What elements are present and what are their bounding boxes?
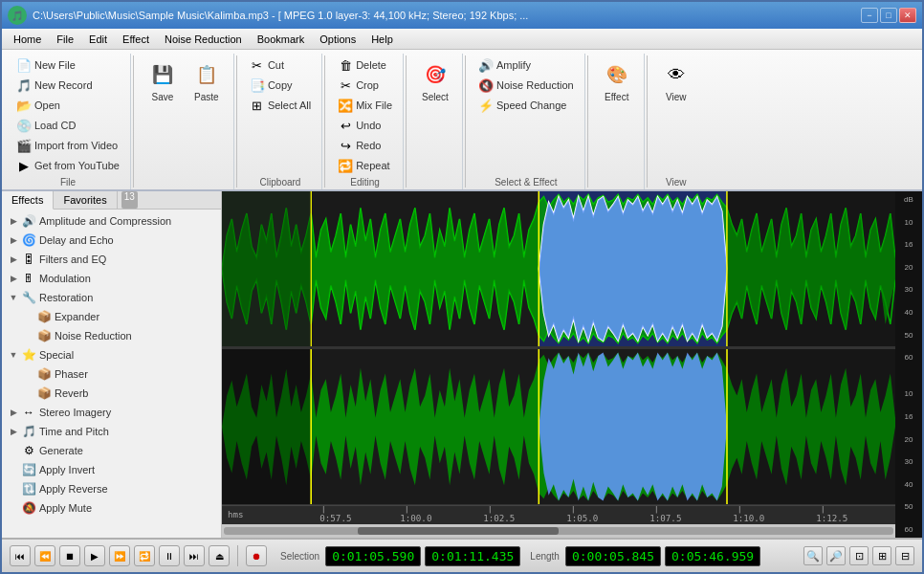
ribbon-btn-amplify[interactable]: 🔊Amplify: [473, 55, 579, 75]
menu-item-bookmark[interactable]: Bookmark: [250, 32, 313, 47]
fast-forward-button[interactable]: ⏩: [109, 545, 130, 566]
record-button[interactable]: ⏺: [246, 545, 267, 566]
ribbon-btn-new-record[interactable]: 🎵New Record: [11, 76, 124, 95]
zoom-fit-button[interactable]: ⊡: [849, 546, 869, 565]
tree-label-4: Restoration: [39, 292, 93, 303]
ribbon-btn-view[interactable]: 👁View: [655, 55, 697, 106]
tree-expand-10[interactable]: ▶: [8, 407, 19, 418]
waveform-container: hms 0:57.5 1:00.0 1:02.5 1:05.0 1:07.5: [222, 191, 922, 538]
menu-item-options[interactable]: Options: [312, 32, 363, 47]
tree-item-4[interactable]: ▼🔧Restoration: [2, 288, 221, 307]
tree-item-9[interactable]: 📦Reverb: [2, 384, 221, 403]
ribbon-btn-mix-file[interactable]: 🔀Mix File: [333, 96, 397, 115]
tree-icon-13: 🔄: [21, 462, 36, 477]
transport-bar: ⏮ ⏪ ⏹ ▶ ⏩ 🔁 ⏸ ⏭ ⏏ ⏺ Selection 0:01:05.59…: [2, 538, 922, 572]
tree-expand-12: [8, 445, 19, 456]
tab-favorites[interactable]: Favorites: [54, 191, 117, 209]
tree-icon-14: 🔃: [21, 481, 36, 497]
menu-item-edit[interactable]: Edit: [81, 32, 115, 47]
menu-item-help[interactable]: Help: [363, 32, 401, 47]
ribbon-btn-cut[interactable]: ✂Cut: [245, 55, 316, 75]
tree-expand-4[interactable]: ▼: [8, 292, 19, 303]
ribbon-btn-select-all[interactable]: ⊞Select All: [245, 96, 316, 115]
tree-item-12[interactable]: ⚙Generate: [2, 441, 221, 460]
tree-item-8[interactable]: 📦Phaser: [2, 364, 221, 384]
ribbon-btn-redo[interactable]: ↪Redo: [333, 136, 397, 155]
ribbon-btn-undo[interactable]: ↩Undo: [333, 116, 397, 135]
tree-expand-1[interactable]: ▶: [8, 234, 19, 246]
ribbon-btn-paste[interactable]: 📋Paste: [186, 55, 228, 106]
tree-item-11[interactable]: ▶🎵Time and Pitch: [2, 422, 221, 441]
tree-icon-0: 🔊: [21, 213, 36, 229]
menu-item-effect[interactable]: Effect: [115, 32, 157, 47]
menu-item-home[interactable]: Home: [6, 32, 49, 47]
selection-end[interactable]: 0:01:11.435: [425, 546, 520, 566]
ribbon-btn-repeat[interactable]: 🔁Repeat: [333, 156, 397, 175]
tree-expand-14: [8, 483, 19, 495]
zoom-in-button[interactable]: 🔍: [803, 546, 823, 565]
ribbon-group-7: 👁ViewView: [649, 54, 703, 189]
maximize-button[interactable]: □: [880, 8, 897, 23]
ribbon-btn-new-file[interactable]: 📄New File: [11, 55, 124, 75]
tree-item-3[interactable]: ▶🎚Modulation: [2, 269, 221, 288]
ribbon-btn-effect[interactable]: 🎨Effect: [596, 55, 638, 106]
tree-item-6[interactable]: 📦Noise Reduction: [2, 326, 221, 345]
tree-expand-11[interactable]: ▶: [8, 426, 19, 437]
tree-item-7[interactable]: ▼⭐Special: [2, 345, 221, 364]
ribbon-btn-crop[interactable]: ✂Crop: [333, 76, 397, 95]
tree-icon-4: 🔧: [21, 290, 36, 305]
rewind-button[interactable]: ⏪: [34, 545, 55, 566]
ribbon-btn-select[interactable]: 🎯Select: [414, 55, 456, 106]
length-value[interactable]: 0:00:05.845: [565, 546, 661, 566]
pause-button[interactable]: ⏸: [159, 545, 180, 566]
ribbon-group-0: 📄New File🎵New Record📂Open💿Load CD🎬Import…: [6, 54, 131, 189]
rewind-start-button[interactable]: ⏮: [10, 545, 31, 566]
tree-icon-6: 📦: [36, 328, 52, 343]
zoom-select-button[interactable]: ⊞: [872, 546, 891, 565]
tree-item-2[interactable]: ▶🎛Filters and EQ: [2, 250, 221, 269]
zoom-all-button[interactable]: ⊟: [895, 546, 914, 565]
tab-effects[interactable]: Effects: [2, 191, 54, 210]
ribbon-btn-copy[interactable]: 📑Copy: [245, 76, 316, 95]
tree-item-0[interactable]: ▶🔊Amplitude and Compression: [2, 211, 221, 231]
close-button[interactable]: ✕: [899, 8, 916, 23]
ribbon-btn-import-from-video[interactable]: 🎬Import from Video: [11, 136, 124, 155]
tree-label-11: Time and Pitch: [39, 426, 109, 437]
tree-label-9: Reverb: [55, 387, 88, 399]
total-time[interactable]: 0:05:46.959: [665, 546, 760, 566]
loop-button[interactable]: 🔁: [134, 545, 155, 566]
zoom-out-button[interactable]: 🔎: [826, 546, 846, 565]
waveform-track-1[interactable]: [222, 191, 895, 347]
minimize-button[interactable]: −: [861, 8, 878, 23]
tree-item-10[interactable]: ▶↔Stereo Imagery: [2, 403, 221, 422]
ribbon-btn-load-cd[interactable]: 💿Load CD: [11, 116, 124, 135]
main-area: Effects Favorites 13 ▶🔊Amplitude and Com…: [2, 191, 922, 538]
ribbon-btn-speed-change[interactable]: ⚡Speed Change: [473, 96, 579, 115]
selection-label: Selection: [280, 551, 319, 562]
tree-label-3: Modulation: [39, 273, 91, 284]
menu-item-file[interactable]: File: [49, 32, 81, 47]
ribbon-btn-save[interactable]: 💾Save: [142, 55, 184, 106]
tree-expand-2[interactable]: ▶: [8, 254, 19, 265]
menu-item-noise-reduction[interactable]: Noise Reduction: [157, 32, 250, 47]
tree-item-13[interactable]: 🔄Apply Invert: [2, 460, 221, 479]
play-button[interactable]: ▶: [84, 545, 105, 566]
waveform-track-2[interactable]: [222, 349, 895, 505]
tree-item-5[interactable]: 📦Expander: [2, 307, 221, 326]
next-button[interactable]: ⏭: [184, 545, 205, 566]
stop-button[interactable]: ⏹: [59, 545, 80, 566]
ribbon-btn-get-from-youtube[interactable]: ▶Get from YouTube: [11, 156, 124, 175]
ribbon-btn-open[interactable]: 📂Open: [11, 96, 124, 115]
ribbon-btn-delete[interactable]: 🗑Delete: [333, 55, 397, 75]
titlebar: 🎵 C:\Users\Public\Music\Sample Music\Kal…: [2, 2, 922, 29]
selection-start[interactable]: 0:01:05.590: [325, 546, 421, 566]
tree-item-15[interactable]: 🔕Apply Mute: [2, 498, 221, 518]
tree-expand-7[interactable]: ▼: [8, 349, 19, 361]
ribbon-group-2: ✂Cut📑Copy⊞Select AllClipboard: [239, 54, 322, 189]
tree-expand-3[interactable]: ▶: [8, 273, 19, 284]
tree-item-14[interactable]: 🔃Apply Reverse: [2, 479, 221, 498]
eject-button[interactable]: ⏏: [209, 545, 230, 566]
tree-item-1[interactable]: ▶🌀Delay and Echo: [2, 231, 221, 250]
ribbon-btn-noise-reduction[interactable]: 🔇Noise Reduction: [473, 76, 579, 95]
tree-expand-0[interactable]: ▶: [8, 215, 19, 227]
